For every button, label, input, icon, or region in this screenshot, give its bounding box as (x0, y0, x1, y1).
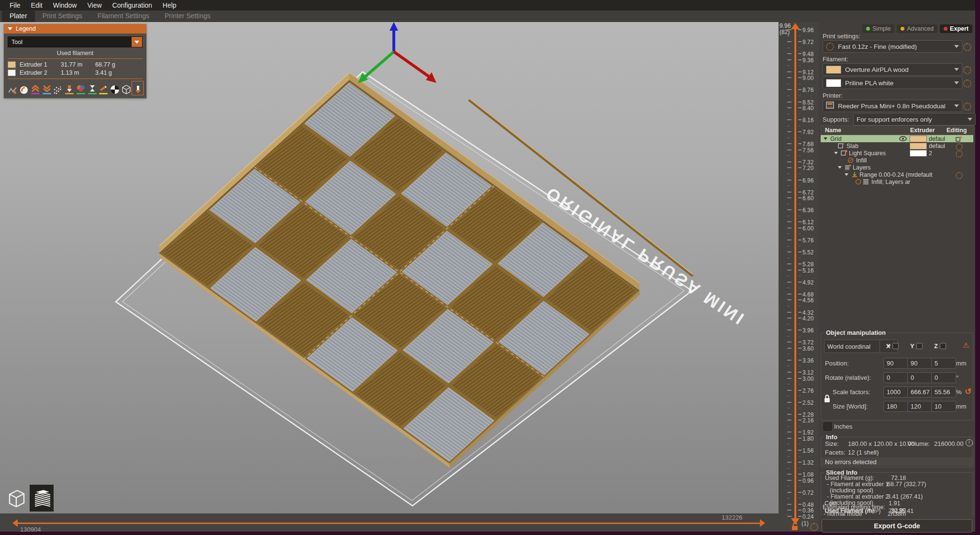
scale-y-input[interactable]: 666.67 (907, 387, 932, 398)
menu-file[interactable]: File (5, 0, 25, 10)
seams-icon[interactable] (19, 82, 29, 94)
mode-expert-button[interactable]: Expert (940, 24, 972, 33)
tab-plater[interactable]: Plater (2, 10, 35, 22)
layer-slider-upper-thumb[interactable] (791, 23, 800, 29)
sliced-row: Used Filament (g):72.18 (825, 475, 874, 481)
layer-tick (787, 95, 790, 96)
view-type-dropdown[interactable]: Tool (8, 36, 143, 47)
part-icon (838, 143, 845, 150)
coordinate-system-dropdown[interactable]: World coordinal (824, 340, 884, 353)
pin-icon[interactable] (133, 82, 143, 94)
layer-tick (787, 89, 791, 90)
axis-lock-icon[interactable] (916, 343, 923, 349)
layer-tick (787, 408, 790, 409)
shells-icon[interactable] (53, 82, 63, 94)
scale-z-input[interactable]: 55.56 (931, 387, 956, 398)
tab-printer-settings[interactable]: Printer Settings (157, 10, 218, 22)
tree-row-infill[interactable]: Infill (821, 157, 973, 164)
travels-icon[interactable] (8, 82, 18, 94)
size-y-input[interactable]: 120 (907, 401, 932, 412)
custom-gcode-icon[interactable] (99, 82, 109, 94)
layer-tick-label: 9.36 (802, 57, 813, 64)
mode-advanced-button[interactable]: Advanced (897, 24, 937, 33)
print-time-icon[interactable] (87, 82, 97, 94)
layer-tick-label: 9.96 (802, 27, 813, 34)
expander-icon[interactable] (845, 173, 848, 176)
center-of-gravity-icon[interactable] (110, 82, 120, 94)
edit-filament2-icon[interactable] (963, 80, 971, 88)
filament1-dropdown[interactable]: Overture AirPLA wood (823, 63, 962, 76)
scale-x-input[interactable]: 1000 (883, 387, 908, 398)
3d-editor-view-button[interactable] (4, 485, 28, 512)
menu-view[interactable]: View (82, 0, 106, 10)
horizontal-slider-right-thumb[interactable] (760, 519, 765, 527)
axis-lock-icon[interactable] (892, 343, 899, 349)
menu-edit[interactable]: Edit (26, 0, 47, 10)
edit-printer-icon[interactable] (963, 102, 971, 111)
menu-configuration[interactable]: Configuration (108, 0, 157, 10)
export-gcode-button[interactable]: Export G-code (822, 519, 972, 533)
size-x-input[interactable]: 180 (883, 401, 908, 412)
tree-row-slab[interactable]: Slab defaul (821, 142, 973, 149)
rotate-z-input[interactable]: 0 (931, 372, 956, 383)
expander-icon[interactable] (824, 137, 827, 140)
print-settings-dropdown[interactable]: Fast 0.12z - Fine (modified) (823, 40, 962, 53)
slider-settings-icon[interactable] (810, 523, 818, 531)
tool-marker-icon[interactable] (65, 82, 75, 94)
tab-filament-settings[interactable]: Filament Settings (90, 10, 157, 22)
rotate-y-input[interactable]: 0 (907, 372, 932, 383)
inches-checkbox[interactable] (824, 422, 832, 431)
expander-icon[interactable] (834, 152, 838, 154)
collapse-triangle-icon (8, 27, 12, 30)
supports-dropdown[interactable]: For support enforcers only (853, 113, 976, 125)
retractions-icon[interactable] (31, 82, 41, 94)
dropdown-button[interactable] (132, 37, 142, 47)
menu-window[interactable]: Window (48, 0, 82, 10)
layer-tick (798, 504, 802, 505)
horizontal-slider-left-thumb[interactable] (12, 519, 18, 527)
legend-header[interactable]: Legend (4, 24, 146, 34)
menu-help[interactable]: Help (158, 0, 181, 10)
3d-viewport[interactable]: ORIGINAL PRUSA MINI Legend Tool (0, 22, 779, 513)
filament1-color-swatch (826, 66, 841, 74)
tree-row-grid[interactable]: Grid defaul (821, 135, 973, 142)
deretractions-icon[interactable] (42, 82, 52, 94)
tree-row-layers[interactable]: Layers (821, 164, 973, 171)
position-z-input[interactable]: 5 (931, 358, 956, 369)
layer-tick (787, 306, 790, 307)
layer-tick (799, 246, 801, 247)
layer-slider-track[interactable] (794, 29, 796, 518)
tree-row-light-squares[interactable]: Light Squares 2 (821, 149, 973, 157)
edit-filament1-icon[interactable] (963, 66, 971, 74)
extruder-swatch[interactable] (910, 136, 927, 142)
tab-bar: Plater Print Settings Filament Settings … (0, 11, 975, 22)
horizontal-slider-track[interactable] (17, 523, 760, 524)
size-z-input[interactable]: 10 (931, 401, 956, 412)
bounding-box-icon[interactable] (122, 82, 132, 94)
unlock-icon[interactable] (791, 522, 799, 533)
tree-row-layer-range[interactable]: Range 0.00-0.24 (mr default (821, 171, 973, 178)
layer-min-label: (1) (802, 520, 809, 527)
tab-print-settings[interactable]: Print Settings (35, 10, 90, 22)
checkerboard-object[interactable] (159, 73, 640, 468)
tree-row-range-settings[interactable]: Infill; Layers ar (821, 178, 973, 185)
reset-scale-icon[interactable]: ↺ (965, 387, 971, 397)
position-x-input[interactable]: 90 (883, 358, 908, 369)
color-changes-icon[interactable] (76, 82, 86, 94)
rotate-x-input[interactable]: 0 (883, 372, 908, 383)
uniform-scale-lock-icon[interactable] (824, 394, 831, 405)
extruder-swatch[interactable] (910, 143, 927, 149)
printer-dropdown[interactable]: Reeder Prusa Mini+ 0.8n Pseudodual (823, 100, 962, 112)
mode-simple-button[interactable]: Simple (862, 24, 894, 33)
preview-view-button[interactable] (30, 485, 54, 512)
edit-print-settings-icon[interactable] (963, 43, 971, 51)
axis-lock-icon[interactable] (940, 343, 946, 349)
filament2-dropdown[interactable]: Priline PLA white (823, 77, 962, 89)
layer-tick-label: 7.92 (802, 129, 813, 136)
layer-tick (798, 102, 802, 102)
layer-tick (787, 209, 791, 210)
layers-icon (863, 179, 869, 186)
expander-icon[interactable] (838, 166, 842, 169)
position-y-input[interactable]: 90 (907, 358, 932, 369)
extruder-swatch[interactable] (910, 150, 927, 157)
